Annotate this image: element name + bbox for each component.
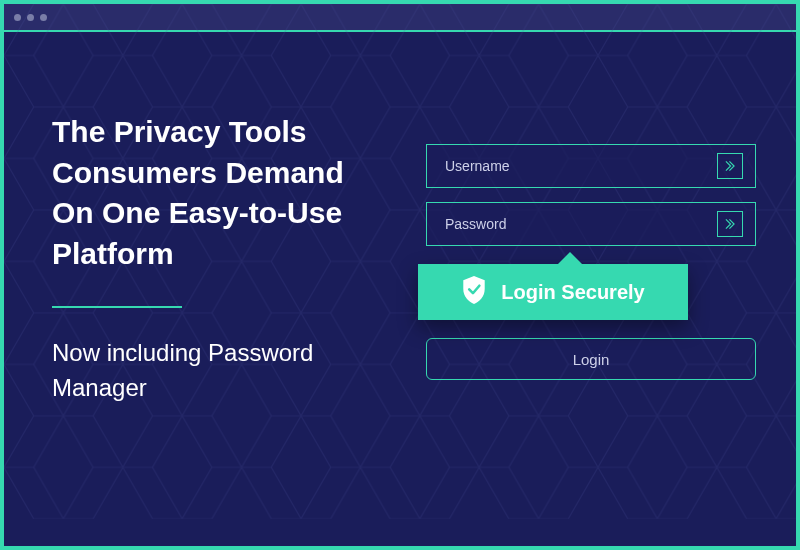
chevron-right-icon[interactable] [717,211,743,237]
app-frame: The Privacy Tools Consumers Demand On On… [0,0,800,550]
content-area: The Privacy Tools Consumers Demand On On… [4,32,796,546]
login-securely-tooltip[interactable]: Login Securely [418,264,688,320]
username-input[interactable] [445,158,717,174]
login-button-label: Login [573,351,610,368]
password-input[interactable] [445,216,717,232]
password-field[interactable] [426,202,756,246]
chevron-right-icon[interactable] [717,153,743,179]
shield-check-icon [461,275,487,310]
titlebar [4,4,796,32]
headline: The Privacy Tools Consumers Demand On On… [52,112,392,274]
window: The Privacy Tools Consumers Demand On On… [4,4,796,546]
hero-copy: The Privacy Tools Consumers Demand On On… [52,72,426,506]
login-panel: Login Securely Login [426,72,756,506]
window-dot [40,14,47,21]
tooltip-label: Login Securely [501,281,644,304]
subheadline: Now including Password Manager [52,336,352,406]
login-button[interactable]: Login [426,338,756,380]
window-dot [27,14,34,21]
window-dot [14,14,21,21]
username-field[interactable] [426,144,756,188]
divider [52,306,182,308]
